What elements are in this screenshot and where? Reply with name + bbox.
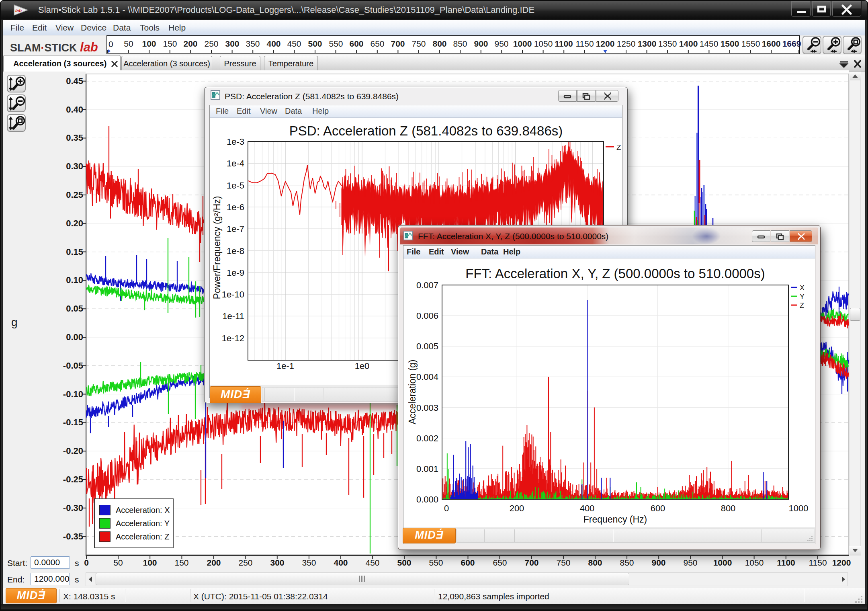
svg-text:400: 400 xyxy=(580,503,595,513)
svg-text:Frequency (Hz): Frequency (Hz) xyxy=(583,514,647,525)
svg-text:200: 200 xyxy=(510,503,524,513)
svg-text:0.007: 0.007 xyxy=(416,280,438,290)
svg-text:1e-8: 1e-8 xyxy=(227,246,244,256)
svg-text:0.002: 0.002 xyxy=(416,433,438,443)
svg-text:Z: Z xyxy=(616,143,621,152)
svg-text:lab: lab xyxy=(15,8,22,13)
svg-text:Acceleration (g): Acceleration (g) xyxy=(407,359,418,424)
svg-text:1e-11: 1e-11 xyxy=(222,311,244,321)
svg-text:PSD: Acceleration Z (581.4082s: PSD: Acceleration Z (581.4082s to 639.84… xyxy=(289,123,563,138)
svg-text:1e-1: 1e-1 xyxy=(276,361,294,371)
svg-text:1e-12: 1e-12 xyxy=(222,333,244,343)
svg-text:0.001: 0.001 xyxy=(416,464,438,474)
svg-text:1e-7: 1e-7 xyxy=(227,224,244,234)
svg-text:Y: Y xyxy=(800,293,805,301)
svg-text:X: X xyxy=(800,284,805,292)
svg-text:1000: 1000 xyxy=(789,503,809,513)
svg-text:0.003: 0.003 xyxy=(416,403,438,413)
svg-text:800: 800 xyxy=(721,503,736,513)
svg-text:0.005: 0.005 xyxy=(416,341,438,351)
svg-text:1e-6: 1e-6 xyxy=(227,202,244,212)
svg-text:1e-9: 1e-9 xyxy=(227,268,244,278)
svg-text:Power/Frequency (g²/Hz): Power/Frequency (g²/Hz) xyxy=(212,196,222,299)
svg-text:0: 0 xyxy=(108,39,113,49)
svg-text:Z: Z xyxy=(800,301,804,310)
svg-text:0.004: 0.004 xyxy=(416,372,438,382)
svg-text:1e0: 1e0 xyxy=(355,361,370,371)
svg-text:1e-4: 1e-4 xyxy=(227,158,244,168)
svg-text:1e-5: 1e-5 xyxy=(227,180,244,191)
svg-text:0.000: 0.000 xyxy=(416,494,438,504)
svg-text:600: 600 xyxy=(651,503,665,513)
svg-text:FFT: Acceleration X, Y, Z (500: FFT: Acceleration X, Y, Z (500.0000s to … xyxy=(465,266,765,281)
svg-text:0.006: 0.006 xyxy=(416,311,438,321)
svg-text:1e-10: 1e-10 xyxy=(222,289,244,299)
svg-text:0: 0 xyxy=(444,503,449,513)
svg-text:1e-3: 1e-3 xyxy=(227,137,244,147)
